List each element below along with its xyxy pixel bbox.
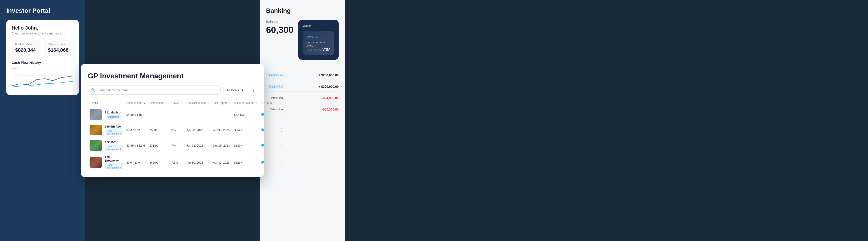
last-report-3: Apr 30, 2023: [211, 153, 232, 172]
last-report-1: Apr 30, 2023: [211, 123, 232, 138]
row-more-0[interactable]: ⋮: [278, 107, 285, 123]
visa-logo: VISA: [322, 48, 331, 52]
chart-label-300k: $300 k: [12, 67, 73, 70]
col-account-balance: Account Balance ▼: [232, 99, 259, 107]
portfolio-value: $820,344: [15, 47, 37, 53]
last-distribution-2: Jan 31, 2023: [185, 138, 211, 153]
deal-badge-3: Under management: [105, 163, 123, 169]
table-row: 130 5th Ave Under management $7M / $7M $…: [88, 123, 285, 138]
wallet-section: Balance 60,300 Wallet covercy •••• •••• …: [266, 20, 339, 65]
tx-type-1: Capital Call: [266, 84, 286, 89]
deal-badge-1: Under management: [105, 129, 123, 135]
chevron-down-icon: ▼: [241, 89, 244, 92]
deal-image-3: [90, 157, 102, 168]
balance-section: Balance 60,300: [266, 20, 295, 39]
more-options-icon[interactable]: ⋮: [250, 87, 257, 94]
cash-flow-chart: $300 k $200 k: [12, 67, 73, 90]
row-more-icon-0[interactable]: ⋮: [280, 112, 284, 117]
deal-cell-3: 220 Broadway Under management: [88, 153, 125, 172]
row-more-icon-1[interactable]: ⋮: [280, 128, 284, 132]
deal-badge-2: Under management: [105, 144, 123, 151]
distributions-3: $450K: [148, 153, 169, 172]
last-report-0: -: [211, 107, 232, 123]
account-balance-1: $352K: [232, 123, 259, 138]
contributions-2: $3.5M / $3.5M: [125, 138, 148, 153]
card-visual: covercy •••• •••• •••• 2561 JOHN SMITH V…: [303, 31, 334, 55]
portal-title: Investor Portal: [6, 7, 79, 14]
last-distribution-3: Apr 30, 2023: [185, 153, 211, 172]
coc-0: -: [169, 107, 185, 123]
col-last-distribution: Last Distribution ▼: [185, 99, 211, 107]
contributions-3: $3M / $3M: [125, 153, 148, 172]
lp-portal-0: [259, 107, 278, 123]
filter-dropdown[interactable]: All Deals ▼: [223, 86, 247, 95]
account-balance-3: $126K: [232, 153, 259, 172]
distributions-0: -: [148, 107, 169, 123]
card-logo: covercy: [306, 35, 331, 38]
return-box: Return to date $164,068: [44, 40, 73, 56]
tx-amount-1: + $300,000.00: [318, 85, 339, 89]
row-more-icon-3[interactable]: ⋮: [280, 160, 284, 165]
portfolio-value-box: Portfolio Value $820,344: [12, 40, 41, 56]
deal-badge-0: Fundraising: [105, 115, 121, 118]
distributions-2: $318K: [148, 138, 169, 153]
search-box[interactable]: 🔍: [88, 85, 221, 95]
screen-container: Investor Portal Hello John, Check out yo…: [0, 0, 868, 241]
lp-status-dot-1: [261, 129, 264, 131]
deal-name-0: 111 Madison: [105, 111, 122, 114]
search-input[interactable]: [97, 89, 217, 92]
transaction-item: Capital Call + $300,000.00: [266, 82, 339, 92]
coc-3: 7.5%: [169, 153, 185, 172]
table-row: 172 15th Under management $3.5M / $3.5M …: [88, 138, 285, 153]
row-more-1[interactable]: ⋮: [278, 123, 285, 138]
last-dist-sort-icon[interactable]: ▼: [207, 102, 209, 104]
deals-table: Details Contributions ▲ Distributions ▼ …: [88, 99, 285, 172]
row-more-icon-2[interactable]: ⋮: [280, 143, 284, 148]
deal-name-2: 172 15th: [105, 140, 123, 144]
row-more-3[interactable]: ⋮: [278, 153, 285, 172]
filter-label: All Deals: [227, 89, 239, 92]
distributions-sort-icon[interactable]: ▼: [166, 102, 168, 104]
balance-value: 60,300: [266, 25, 295, 35]
col-details: Details: [88, 99, 125, 107]
coc-1: 8%: [169, 123, 185, 138]
deal-cell-1: 130 5th Ave Under management: [88, 123, 125, 138]
col-contributions: Contributions ▲: [125, 99, 148, 107]
contributions-sort-icon[interactable]: ▲: [144, 102, 146, 104]
hello-card: Hello John, Check out your investment pe…: [6, 20, 79, 95]
lp-portal-3: [259, 153, 278, 172]
last-distribution-0: -: [185, 107, 211, 123]
col-last-report: Last Report ▼: [211, 99, 232, 107]
left-panel: Investor Portal Hello John, Check out yo…: [0, 0, 85, 241]
table-row: 111 Madison Fundraising $4.5M / $6M - - …: [88, 107, 285, 123]
center-panel: GP Investment Management 🔍 All Deals ▼ ⋮…: [81, 64, 264, 177]
coc-sort-icon[interactable]: ▼: [181, 102, 183, 104]
deal-name-1: 130 5th Ave: [105, 125, 123, 128]
coc-2: 7%: [169, 138, 185, 153]
col-lp-portal: LP Portal ▼: [259, 99, 278, 107]
deal-image-1: [90, 125, 102, 135]
deals-tbody: 111 Madison Fundraising $4.5M / $6M - - …: [88, 107, 285, 172]
gp-title: GP Investment Management: [88, 72, 257, 80]
deal-cell-2: 172 15th Under management: [88, 138, 125, 153]
lp-portal-1: [259, 123, 278, 138]
banking-title: Banking: [266, 7, 339, 14]
card-section: Wallet covercy •••• •••• •••• 2561 JOHN …: [298, 20, 339, 65]
table-row: 220 Broadway Under management $3M / $3M …: [88, 153, 285, 172]
lp-status-dot-2: [261, 144, 264, 146]
row-more-2[interactable]: ⋮: [278, 138, 285, 153]
last-report-sort-icon[interactable]: ▼: [228, 102, 230, 104]
last-distribution-1: Apr 30, 2023: [185, 123, 211, 138]
tx-amount-0: + $250,600.00: [318, 73, 339, 77]
lp-portal-2: [259, 138, 278, 153]
distributions-1: $560K: [148, 123, 169, 138]
lp-status-dot-0: [261, 113, 264, 116]
contributions-0: $4.5M / $6M: [125, 107, 148, 123]
return-label: Return to date: [48, 43, 70, 46]
greeting: Hello John,: [12, 25, 73, 31]
greeting-subtitle: Check out your investment performance: [12, 32, 73, 35]
balance-sort-icon[interactable]: ▼: [255, 102, 258, 104]
lp-sort-icon[interactable]: ▼: [274, 102, 276, 104]
deal-image-0: [90, 109, 102, 120]
account-balance-0: $4.45M: [232, 107, 259, 123]
